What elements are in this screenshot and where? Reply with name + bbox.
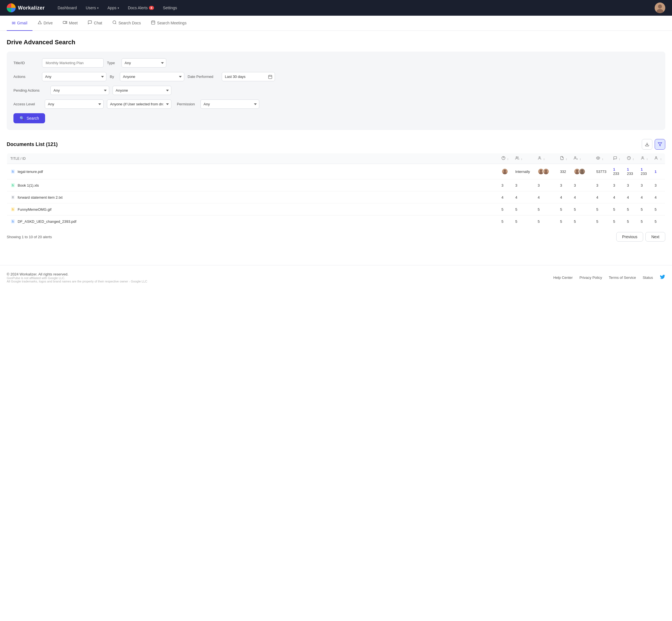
col-11[interactable]: ↕ [651, 153, 665, 164]
table-row: forward statement item 2.txt 444 444 444… [7, 192, 665, 203]
svg-point-18 [598, 158, 599, 159]
search-btn-icon: 🔍 [19, 116, 25, 121]
subnav-drive[interactable]: Drive [33, 16, 58, 31]
svg-point-5 [113, 21, 116, 24]
form-row-pending: Pending Actions Any Anyone [13, 86, 659, 95]
title-label: Title/ID [13, 61, 39, 65]
footer-help-center[interactable]: Help Center [553, 276, 573, 280]
documents-table: TITLE / ID ↕ ↕ ↕ ↕ [7, 153, 665, 227]
nav-dashboard[interactable]: Dashboard [54, 3, 81, 12]
svg-point-1 [658, 4, 662, 8]
logo-icon [7, 3, 16, 12]
avatar-stack-item [501, 168, 508, 175]
apps-chevron-icon: ▾ [118, 6, 119, 9]
col-title: TITLE / ID [7, 153, 498, 164]
documents-title: Documents List (121) [7, 141, 58, 148]
svg-point-27 [540, 170, 542, 172]
footer-top: © 2024 Workalizer. All rights reserved. … [7, 272, 665, 283]
search-meetings-icon [151, 20, 155, 26]
svg-point-21 [656, 157, 657, 158]
type-select[interactable]: Any Document Spreadsheet Presentation PD… [122, 58, 166, 68]
subnav-search-meetings[interactable]: Search Meetings [146, 16, 191, 31]
nav-docs-alerts[interactable]: Docs Alerts 4 [124, 3, 158, 12]
svg-point-17 [575, 157, 576, 158]
file-icon-pdf2 [10, 219, 15, 224]
col-3[interactable]: ↕ [512, 153, 534, 164]
footer: © 2024 Workalizer. All rights reserved. … [0, 265, 672, 292]
title-input[interactable] [42, 58, 103, 68]
previous-button[interactable]: Previous [616, 232, 643, 242]
search-form: Title/ID Type Any Document Spreadsheet P… [7, 51, 665, 130]
logo[interactable]: Workalizer [7, 3, 45, 12]
sub-navigation: ✉ Gmail Drive Meet Chat Search Docs Sear… [0, 16, 672, 31]
file-icon-txt [10, 195, 15, 200]
pagination: Showing 1 to 10 of 20 alerts Previous Ne… [7, 227, 665, 246]
next-button[interactable]: Next [645, 232, 665, 242]
col-6[interactable]: ↕ [570, 153, 593, 164]
pagination-buttons: Previous Next [616, 232, 665, 242]
col-8[interactable]: ↕ [610, 153, 624, 164]
file-icon-xls [10, 183, 15, 188]
form-row-actions: Actions Any By Anyone Date Performed [13, 72, 659, 81]
table-row: DF_ASKD_UED_changed_2393.pdf 555 555 555… [7, 215, 665, 227]
date-input[interactable] [222, 72, 275, 81]
users-chevron-icon: ▾ [97, 6, 98, 9]
chat-icon [88, 20, 92, 26]
access-select[interactable]: Any [45, 99, 103, 109]
subnav-meet[interactable]: Meet [58, 16, 83, 31]
permission-label: Permission [175, 102, 197, 106]
svg-line-6 [116, 23, 116, 24]
nav-users[interactable]: Users ▾ [82, 3, 102, 12]
date-label: Date Performed [188, 75, 218, 79]
col-10[interactable]: ↕ [637, 153, 651, 164]
page-title: Drive Advanced Search [7, 39, 665, 46]
svg-point-36 [581, 170, 583, 172]
by-label: By [110, 75, 117, 79]
actions-label: Actions [13, 75, 39, 79]
col-9[interactable]: ↕ [624, 153, 637, 164]
pagination-info: Showing 1 to 10 of 20 alerts [7, 235, 52, 239]
actions-select[interactable]: Any [42, 72, 106, 81]
col-4[interactable]: ↕ [534, 153, 556, 164]
avatar-stack-item [579, 168, 585, 175]
user-avatar[interactable] [655, 3, 665, 13]
footer-disclaimer1: GooPulse is not affiliated with Google L… [7, 276, 147, 280]
access-anyone-select[interactable]: Anyone (if User selected from dropdow [107, 99, 171, 109]
table-row: FunnyMemeOMG.gif 555 555 555 5 [7, 203, 665, 215]
col-2[interactable]: ↕ [498, 153, 512, 164]
footer-terms-of-service[interactable]: Terms of Service [609, 276, 636, 280]
footer-disclaimer2: All Google trademarks, logos and brand n… [7, 280, 147, 283]
svg-point-15 [516, 157, 518, 158]
documents-actions [642, 139, 665, 150]
access-label: Access Level [13, 102, 41, 106]
top-navigation: Workalizer Dashboard Users ▾ Apps ▾ Docs… [0, 0, 672, 16]
filter-button[interactable] [655, 139, 665, 150]
main-content: Drive Advanced Search Title/ID Type Any … [0, 31, 672, 254]
twitter-icon[interactable] [660, 274, 665, 281]
footer-copyright: © 2024 Workalizer. All rights reserved. [7, 272, 147, 276]
permission-select[interactable]: Any [200, 99, 259, 109]
nav-settings[interactable]: Settings [159, 3, 181, 12]
footer-privacy-policy[interactable]: Privacy Policy [579, 276, 602, 280]
logo-text: Workalizer [18, 5, 45, 11]
col-5[interactable]: ↕ [556, 153, 570, 164]
subnav-search-docs[interactable]: Search Docs [107, 16, 146, 31]
nav-apps[interactable]: Apps ▾ [103, 3, 123, 12]
subnav-chat[interactable]: Chat [83, 16, 107, 31]
table-row: legal-tenure.pdf Internally [7, 164, 665, 179]
avatar-stack-item [543, 168, 549, 175]
pending-select[interactable]: Any [50, 86, 109, 95]
svg-rect-3 [63, 21, 66, 24]
by-select[interactable]: Anyone [120, 72, 184, 81]
svg-point-30 [545, 170, 547, 172]
download-button[interactable] [642, 139, 653, 150]
search-button[interactable]: 🔍 Search [13, 113, 45, 123]
table-header-row: TITLE / ID ↕ ↕ ↕ ↕ [7, 153, 665, 164]
search-docs-icon [112, 20, 117, 26]
pending-anyone-select[interactable]: Anyone [113, 86, 171, 95]
col-7[interactable]: ↕ [593, 153, 610, 164]
subnav-gmail[interactable]: ✉ Gmail [7, 16, 33, 31]
form-row-access: Access Level Any Anyone (if User selecte… [13, 99, 659, 109]
footer-status[interactable]: Status [642, 276, 653, 280]
svg-point-16 [539, 157, 540, 158]
